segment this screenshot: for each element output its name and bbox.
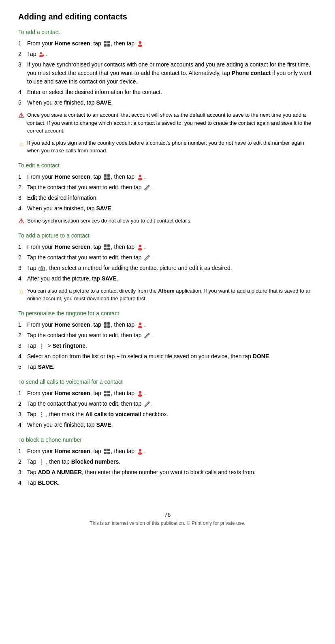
step-text: Enter or select the desired information … (27, 88, 317, 96)
svg-marker-16 (145, 185, 149, 190)
section-title-add-contact: To add a contact (18, 29, 317, 35)
step-text: After you add the picture, tap SAVE. (27, 274, 317, 283)
svg-rect-30 (107, 322, 110, 325)
step-number: 2 (18, 458, 27, 466)
note-text: If you add a plus sign and the country c… (27, 139, 317, 155)
svg-point-38 (41, 345, 43, 347)
step-number: 2 (18, 400, 27, 408)
list-item: 2Tap . (18, 50, 317, 58)
step-text: Tap BLOCK. (27, 479, 317, 487)
list-item: 3Edit the desired information. (18, 194, 317, 202)
list-item: 3Tap ADD A NUMBER, then enter the phone … (18, 468, 317, 477)
list-item: 2Tap the contact that you want to edit, … (18, 253, 317, 262)
note-bulb: ☼You can also add a picture to a contact… (18, 287, 317, 303)
person-add-icon (38, 51, 45, 58)
step-text: Tap . (27, 50, 317, 58)
svg-rect-19 (107, 244, 110, 247)
step-text: If you have synchronised your contacts w… (27, 60, 317, 86)
step-text: Tap , then select a method for adding th… (27, 264, 317, 272)
svg-rect-40 (104, 391, 107, 393)
svg-rect-26 (39, 267, 45, 271)
svg-marker-28 (41, 266, 43, 267)
svg-rect-13 (107, 178, 110, 180)
step-text: Tap SAVE. (27, 363, 317, 371)
svg-rect-18 (104, 244, 107, 247)
person-icon (137, 174, 143, 180)
step-text: Tap ADD A NUMBER, then enter the phone n… (27, 468, 317, 477)
dots-icon (38, 343, 45, 349)
section-add-contact: To add a contact1From your Home screen, … (18, 29, 317, 155)
svg-point-59 (41, 463, 43, 464)
note-text: Some synchronisation services do not all… (27, 217, 317, 225)
person-icon (137, 244, 143, 250)
svg-point-27 (41, 268, 43, 270)
step-number: 3 (18, 410, 27, 419)
step-text: Tap , then tap Blocked numbers. (27, 458, 317, 466)
list-item: 4When you are finished, tap SAVE. (18, 421, 317, 429)
section-title-block-number: To block a phone number (18, 436, 317, 443)
step-number: 3 (18, 264, 27, 272)
svg-point-33 (139, 323, 141, 325)
svg-point-22 (139, 245, 141, 247)
svg-rect-42 (104, 394, 107, 396)
note-text: Once you save a contact to an account, t… (27, 111, 317, 135)
step-number: 1 (18, 39, 27, 48)
step-number: 1 (18, 389, 27, 398)
svg-rect-2 (104, 44, 107, 47)
list-item: 4When you are finished, tap SAVE. (18, 204, 317, 213)
list-item: 2Tap , then tap Blocked numbers. (18, 458, 317, 466)
svg-point-49 (41, 414, 43, 415)
page-title: Adding and editing contacts (18, 12, 317, 21)
step-number: 3 (18, 60, 27, 86)
step-number: 4 (18, 274, 27, 283)
svg-rect-0 (104, 41, 107, 43)
step-text: From your Home screen, tap , then tap . (27, 389, 317, 398)
step-text: When you are finished, tap SAVE. (27, 98, 317, 107)
person-icon (137, 390, 143, 397)
svg-rect-29 (104, 322, 107, 325)
svg-rect-54 (107, 452, 110, 454)
svg-point-50 (41, 416, 43, 417)
section-title-edit-contact: To edit a contact (18, 162, 317, 169)
section-title-add-picture: To add a picture to a contact (18, 232, 317, 239)
list-item: 3If you have synchronised your contacts … (18, 60, 317, 86)
step-number: 1 (18, 243, 27, 251)
list-item: 4After you add the picture, tap SAVE. (18, 274, 317, 283)
svg-point-4 (139, 41, 141, 44)
list-item: 3Tap , then select a method for adding t… (18, 264, 317, 272)
pencil-icon (144, 401, 150, 407)
svg-point-39 (41, 347, 43, 349)
step-text: From your Home screen, tap , then tap . (27, 39, 317, 48)
svg-point-56 (138, 452, 143, 455)
list-item: 3Tap > Set ringtone. (18, 342, 317, 350)
svg-line-17 (148, 186, 149, 187)
step-list-add-picture: 1From your Home screen, tap , then tap .… (18, 243, 317, 283)
dots-icon (38, 459, 45, 465)
svg-marker-24 (145, 255, 149, 260)
step-list-personalise-ringtone: 1From your Home screen, tap , then tap .… (18, 321, 317, 371)
list-item: 2Tap the contact that you want to edit, … (18, 331, 317, 340)
note-text: You can also add a picture to a contact … (27, 287, 317, 303)
svg-point-55 (139, 449, 141, 451)
svg-line-36 (148, 334, 149, 335)
svg-rect-20 (104, 248, 107, 250)
person-icon (137, 41, 143, 47)
svg-rect-21 (107, 248, 110, 250)
step-number: 2 (18, 331, 27, 340)
section-send-voicemail: To send all calls to voicemail for a con… (18, 379, 317, 429)
exclaim-icon: ⚠ (18, 111, 27, 119)
footer-note: This is an internet version of this publ… (18, 520, 317, 526)
svg-point-57 (41, 459, 43, 460)
svg-point-15 (138, 178, 143, 180)
exclaim-icon: ⚠ (18, 217, 27, 225)
pencil-icon (144, 255, 150, 261)
step-text: Edit the desired information. (27, 194, 317, 202)
person-icon (137, 322, 143, 328)
step-text: Tap the contact that you want to edit, t… (27, 331, 317, 340)
section-block-number: To block a phone number1From your Home s… (18, 436, 317, 487)
list-item: 2Tap the contact that you want to edit, … (18, 400, 317, 408)
svg-point-5 (138, 45, 143, 47)
svg-point-34 (138, 326, 143, 328)
list-item: 2Tap the contact that you want to edit, … (18, 183, 317, 192)
step-text: Tap the contact that you want to edit, t… (27, 253, 317, 262)
